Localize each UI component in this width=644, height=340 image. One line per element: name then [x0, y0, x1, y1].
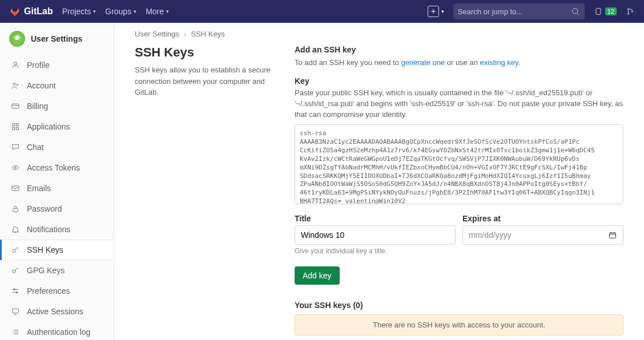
brand-name: GitLab [24, 6, 53, 17]
svg-rect-15 [16, 127, 18, 129]
sidebar-item-notifications[interactable]: Notifications [0, 219, 114, 240]
gitlab-icon [9, 6, 21, 17]
empty-keys-banner: There are no SSH keys with access to you… [295, 314, 623, 335]
chevron-down-icon: ▾ [166, 9, 169, 14]
svg-point-16 [13, 166, 19, 170]
global-search[interactable] [453, 3, 585, 19]
clipboard-icon [594, 7, 603, 16]
nav-groups[interactable]: Groups▾ [105, 7, 136, 16]
card-icon [11, 102, 20, 111]
expires-label: Expires at [462, 214, 623, 223]
gear-icon [12, 34, 22, 44]
expires-placeholder: mm/dd/yyyy [469, 230, 512, 240]
svg-line-1 [577, 13, 578, 15]
breadcrumb: User Settings › SSH Keys [135, 30, 623, 38]
sidebar-header: User Settings [0, 23, 114, 55]
svg-point-3 [627, 9, 629, 10]
sidebar-item-ssh-keys[interactable]: SSH Keys [0, 240, 114, 260]
sidebar-item-billing[interactable]: Billing [0, 96, 114, 116]
svg-point-8 [13, 83, 15, 85]
calendar-icon [608, 230, 617, 240]
your-keys-heading: Your SSH keys (0) [295, 301, 623, 310]
generate-one-link[interactable]: generate one [401, 58, 445, 67]
search-input[interactable] [458, 7, 571, 16]
account-icon [11, 81, 20, 90]
sidebar-item-chat[interactable]: Chat [0, 137, 114, 157]
ssh-key-textarea[interactable] [295, 124, 623, 204]
svg-rect-2 [596, 9, 601, 15]
main-content: User Settings › SSH Keys SSH Keys SSH ke… [114, 23, 644, 340]
add-ssh-intro: To add an SSH key you need to generate o… [295, 58, 623, 68]
svg-rect-13 [16, 124, 18, 126]
sidebar-item-password[interactable]: Password [0, 199, 114, 219]
sidebar-item-account[interactable]: Account [0, 75, 114, 96]
breadcrumb-parent[interactable]: User Settings [135, 30, 179, 38]
sidebar-item-preferences[interactable]: Preferences [0, 281, 114, 301]
list-icon [11, 327, 20, 337]
svg-rect-35 [610, 233, 616, 238]
top-navbar: GitLab Projects▾ Groups▾ More▾ ＋▾ 12 [0, 0, 644, 23]
title-hint: Give your individual key a title. [295, 247, 456, 255]
email-icon [11, 184, 20, 193]
nav-more[interactable]: More▾ [146, 7, 169, 16]
page-title: SSH Keys [135, 45, 272, 60]
sidebar-item-active-sessions[interactable]: Active Sessions [0, 301, 114, 322]
breadcrumb-current: SSH Keys [191, 30, 224, 38]
merge-icon [626, 7, 635, 16]
add-ssh-heading: Add an SSH key [295, 45, 623, 54]
sidebar-title: User Settings [31, 34, 82, 43]
key-icon [11, 245, 20, 254]
svg-rect-18 [12, 186, 19, 191]
sidebar-item-applications[interactable]: Applications [0, 116, 114, 137]
chevron-down-icon: ▾ [134, 9, 136, 14]
chevron-down-icon: ▾ [441, 9, 444, 14]
svg-point-5 [631, 11, 633, 13]
svg-point-9 [17, 84, 18, 86]
sidebar-item-emails[interactable]: Emails [0, 178, 114, 199]
token-icon [11, 163, 20, 172]
title-label: Title [295, 214, 456, 223]
bell-icon [11, 225, 20, 234]
key-label: Key [295, 76, 623, 86]
chevron-right-icon: › [184, 30, 186, 38]
svg-rect-26 [13, 309, 19, 313]
brand-logo[interactable]: GitLab [9, 6, 53, 17]
svg-rect-14 [13, 127, 15, 129]
add-key-button[interactable]: Add key [295, 266, 340, 285]
sidebar-item-profile[interactable]: Profile [0, 55, 114, 75]
apps-icon [11, 122, 20, 131]
page-description: SSH keys allow you to establish a secure… [135, 64, 272, 98]
nav-projects[interactable]: Projects▾ [62, 7, 96, 16]
lock-icon [11, 204, 20, 213]
user-avatar [9, 31, 25, 47]
sidebar-item-access-tokens[interactable]: Access Tokens [0, 157, 114, 178]
svg-point-4 [627, 13, 629, 15]
issues-badge: 12 [605, 7, 617, 15]
chevron-down-icon: ▾ [93, 9, 96, 14]
monitor-icon [11, 307, 20, 316]
svg-rect-10 [12, 104, 19, 108]
svg-point-7 [14, 62, 17, 65]
sidebar-item-gpg-keys[interactable]: GPG Keys [0, 260, 114, 281]
sidebar-item-authentication-log[interactable]: Authentication log [0, 322, 114, 340]
svg-point-0 [572, 9, 577, 14]
search-icon [571, 7, 580, 16]
svg-rect-12 [13, 124, 15, 126]
svg-point-21 [13, 270, 15, 273]
merge-requests-link[interactable] [626, 7, 635, 16]
plus-icon: ＋ [428, 6, 439, 17]
expires-input[interactable]: mm/dd/yyyy [462, 225, 623, 245]
title-input[interactable] [295, 225, 456, 245]
key-help-text: Paste your public SSH key, which is usua… [295, 88, 623, 120]
key-icon [11, 266, 20, 275]
svg-point-17 [15, 167, 17, 169]
new-dropdown[interactable]: ＋▾ [428, 6, 444, 17]
svg-point-20 [13, 249, 15, 252]
settings-sidebar: User Settings Profile Account Billing Ap… [0, 23, 114, 340]
svg-rect-19 [13, 208, 18, 212]
existing-key-link[interactable]: existing key [480, 58, 518, 67]
chat-icon [11, 143, 20, 152]
issues-link[interactable]: 12 [594, 7, 617, 16]
sliders-icon [11, 286, 20, 296]
profile-icon [11, 60, 20, 70]
